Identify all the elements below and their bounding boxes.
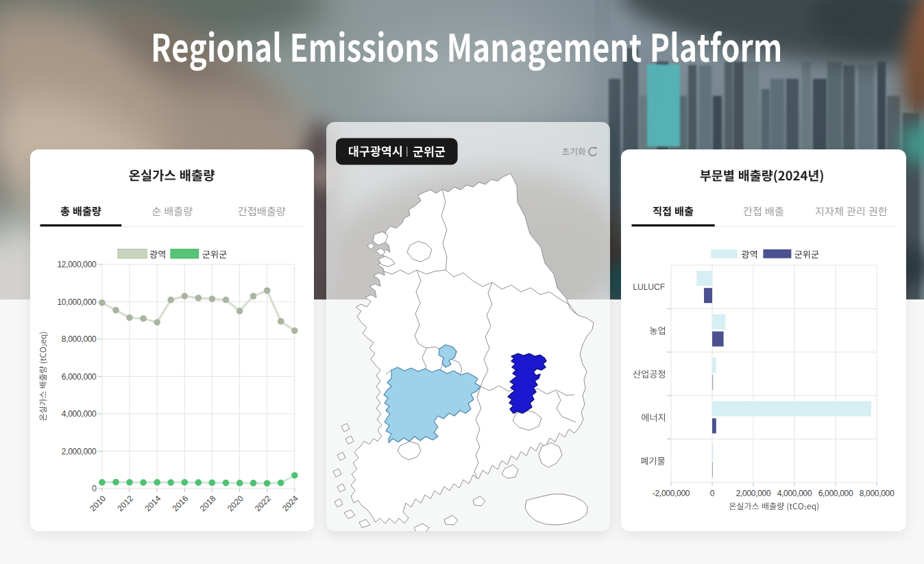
svg-text:LULUCF: LULUCF	[633, 282, 665, 292]
svg-text:2022: 2022	[253, 493, 273, 513]
svg-text:0: 0	[710, 489, 715, 498]
svg-text:2018: 2018	[198, 493, 218, 513]
svg-text:2,000,000: 2,000,000	[736, 489, 771, 498]
svg-text:2020: 2020	[226, 493, 245, 513]
svg-text:2016: 2016	[171, 493, 191, 513]
svg-text:6,000,000: 6,000,000	[818, 489, 853, 498]
svg-text:-2,000,000: -2,000,000	[653, 489, 690, 498]
svg-text:4,000,000: 4,000,000	[62, 409, 97, 419]
svg-text:12,000,000: 12,000,000	[57, 260, 97, 269]
svg-text:2024: 2024	[280, 493, 300, 513]
svg-text:6,000,000: 6,000,000	[62, 372, 97, 382]
svg-text:2014: 2014	[143, 493, 163, 513]
svg-text:2,000,000: 2,000,000	[62, 447, 97, 456]
svg-text:2010: 2010	[88, 493, 108, 513]
svg-text:4,000,000: 4,000,000	[777, 489, 812, 498]
svg-text:8,000,000: 8,000,000	[860, 489, 895, 498]
svg-text:10,000,000: 10,000,000	[57, 297, 97, 307]
svg-text:0: 0	[92, 484, 97, 493]
svg-text:2012: 2012	[115, 493, 135, 513]
svg-text:8,000,000: 8,000,000	[62, 334, 97, 344]
